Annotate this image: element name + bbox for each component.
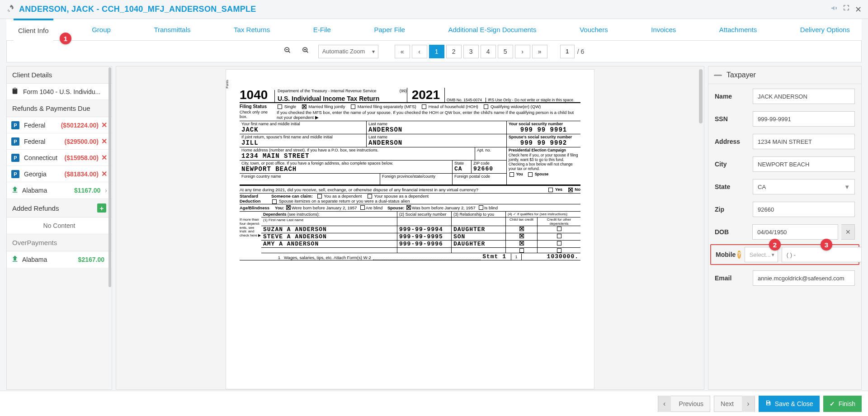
tab-transmittals[interactable]: Transmittals xyxy=(149,19,195,40)
pager-page-4[interactable]: 4 xyxy=(481,45,496,58)
name-field[interactable] xyxy=(753,89,855,104)
spouse-first: JILL xyxy=(241,139,364,147)
pdf-viewer[interactable]: Form 1040 Department of the Treasury - I… xyxy=(116,66,704,390)
form-item[interactable]: Form 1040 - U.S. Individu... xyxy=(7,84,112,100)
pager-page-3[interactable]: 3 xyxy=(463,45,479,58)
refund-row[interactable]: P Federal ($501224.00) ✕ xyxy=(7,117,112,133)
refund-row[interactable]: Alabama $1167.00 › xyxy=(7,182,112,199)
app-header: ANDERSON, JACK - CCH_1040_MFJ_ANDERSON_S… xyxy=(0,0,868,19)
zip-label: Zip xyxy=(715,206,749,213)
clipboard-icon xyxy=(11,87,19,96)
clear-dob-button[interactable]: ✕ xyxy=(841,224,855,240)
tab-invoices[interactable]: Invoices xyxy=(646,19,680,40)
remove-icon[interactable]: ✕ xyxy=(101,170,107,178)
refund-row[interactable]: P Connecticut ($15958.00) ✕ xyxy=(7,150,112,166)
filing-hint: Check only one box. xyxy=(240,110,275,119)
close-icon[interactable]: ✕ xyxy=(855,5,862,14)
chevron-down-icon: ▼ xyxy=(844,184,850,190)
pager-page-2[interactable]: 2 xyxy=(446,45,462,58)
tab-attachments[interactable]: Attachments xyxy=(715,19,761,40)
pager-next[interactable]: › xyxy=(515,45,530,58)
omb-no: OMB No. 1545-0074 xyxy=(445,98,486,102)
email-field[interactable] xyxy=(753,270,855,286)
announce-icon[interactable] xyxy=(830,5,838,14)
address-field[interactable] xyxy=(753,134,855,149)
zip: 92660 xyxy=(473,165,505,172)
refund-row[interactable]: P Georgia ($81834.00) ✕ xyxy=(7,166,112,182)
refund-row[interactable]: P Federal ($29500.00) ✕ xyxy=(7,133,112,150)
tab-tax-returns[interactable]: Tax Returns xyxy=(229,19,274,40)
refund-name: Federal xyxy=(24,122,61,129)
left-sidebar: Client Details Form 1040 - U.S. Individu… xyxy=(6,66,112,390)
zoom-select[interactable]: Automatic Zoom xyxy=(318,45,378,58)
help-icon[interactable]: ? xyxy=(737,251,741,259)
ssn-label: SSN xyxy=(715,115,749,123)
payment-icon: P xyxy=(11,154,19,162)
tab-client-info[interactable]: Client Info xyxy=(14,19,53,40)
zoom-out-icon[interactable] xyxy=(284,47,291,56)
pdf-toolbar: Automatic Zoom « ‹ 1 2 3 4 5 › » / 6 xyxy=(6,41,862,62)
refund-amount: ($15958.00) xyxy=(64,154,99,161)
city: NEWPORT BEACH xyxy=(241,165,450,173)
tax-year: 2021 xyxy=(407,88,445,102)
pager-page-5[interactable]: 5 xyxy=(498,45,513,58)
refund-amount: ($81834.00) xyxy=(64,170,99,178)
address-label: Address xyxy=(715,138,749,145)
callout-2: 2 xyxy=(769,239,781,251)
no-content: No Content xyxy=(7,217,112,234)
client-details-header: Client Details xyxy=(7,66,112,84)
remove-icon[interactable]: ✕ xyxy=(101,137,107,146)
form-item-label: Form 1040 - U.S. Individu... xyxy=(23,88,107,95)
refund-name: Georgia xyxy=(24,170,64,178)
overpayments-header: OverPayments xyxy=(7,234,112,251)
overpay-row[interactable]: Alabama $2167.00 xyxy=(7,251,112,268)
zip-field[interactable] xyxy=(753,202,855,217)
pager-last[interactable]: » xyxy=(532,45,547,58)
taxpayer-header: Taxpayer xyxy=(726,71,756,79)
fullscreen-icon[interactable] xyxy=(843,5,849,14)
tab-vouchers[interactable]: Vouchers xyxy=(575,19,613,40)
mobile-field[interactable] xyxy=(782,247,862,262)
rocket-icon xyxy=(6,4,15,14)
viewer-scrollbar[interactable] xyxy=(698,66,704,389)
pager-prev[interactable]: ‹ xyxy=(412,45,427,58)
tab-group[interactable]: Group xyxy=(87,19,115,40)
city-label: City xyxy=(715,161,749,168)
add-refund-button[interactable]: + xyxy=(97,203,106,213)
pager-first[interactable]: « xyxy=(395,45,410,58)
tab-esign-docs[interactable]: Additional E-Sign Documents xyxy=(443,19,541,40)
tab-paper-file[interactable]: Paper File xyxy=(369,19,409,40)
remove-icon[interactable]: ✕ xyxy=(101,121,107,129)
form-dept: Department of the Treasury - Internal Re… xyxy=(278,89,400,93)
overpay-amount: $2167.00 xyxy=(78,256,104,263)
tab-delivery-options[interactable]: Delivery Options xyxy=(796,19,854,40)
remove-icon[interactable]: ✕ xyxy=(101,153,107,162)
zoom-in-icon[interactable] xyxy=(302,47,309,56)
added-refunds-header: Added Refunds + xyxy=(7,199,112,217)
refund-name: Connecticut xyxy=(24,154,64,161)
filing-status-label: Filing Status xyxy=(240,104,275,109)
form-99: (99) xyxy=(400,89,407,93)
dob-field[interactable] xyxy=(752,224,838,240)
name-label: Name xyxy=(715,93,749,100)
taxpayer-ssn: 999 99 9991 xyxy=(509,126,579,133)
spouse-last: ANDERSON xyxy=(368,139,505,147)
refund-name: Alabama xyxy=(22,187,74,194)
spouse-ssn: 999 99 9992 xyxy=(509,139,579,147)
refund-name: Federal xyxy=(24,138,64,145)
state-select[interactable]: CA▼ xyxy=(753,179,855,194)
dob-label: DOB xyxy=(715,228,749,236)
page-input[interactable] xyxy=(560,45,575,58)
irs-use-only: IRS Use Only - Do not write or staple in… xyxy=(486,98,580,102)
chevron-down-icon: ▼ xyxy=(771,252,775,257)
mobile-highlight: Mobile ? Select...▼ 2 3 xyxy=(710,244,859,265)
city-field[interactable] xyxy=(753,156,855,172)
state: CA xyxy=(454,165,469,172)
scrollbar-thumb[interactable] xyxy=(108,67,111,287)
tab-efile[interactable]: E-File xyxy=(309,19,335,40)
page-total: / 6 xyxy=(577,48,585,55)
pager-page-1[interactable]: 1 xyxy=(429,45,444,58)
email-label: Email xyxy=(715,274,749,282)
ssn-field[interactable] xyxy=(753,111,855,127)
collapse-icon[interactable] xyxy=(714,75,722,76)
